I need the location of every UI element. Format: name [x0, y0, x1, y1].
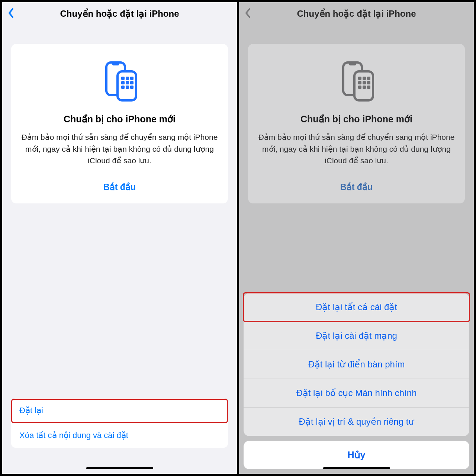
prepare-card-dimmed: Chuẩn bị cho iPhone mới Đảm bảo mọi thứ … — [248, 44, 465, 203]
svg-rect-22 — [363, 86, 366, 89]
svg-rect-5 — [130, 77, 134, 80]
card-title: Chuẩn bị cho iPhone mới — [257, 114, 456, 125]
svg-rect-20 — [367, 81, 370, 84]
nav-title: Chuyển hoặc đặt lại iPhone — [2, 9, 237, 19]
back-button[interactable] — [7, 7, 15, 20]
settings-screen-reset: Chuyển hoặc đặt lại iPhone Chuẩn bị cho … — [2, 2, 238, 474]
erase-all-row[interactable]: Xóa tất cả nội dung và cài đặt — [11, 423, 228, 448]
reset-row[interactable]: Đặt lại — [11, 398, 228, 423]
reset-action-sheet: Đặt lại tất cả cài đặt Đặt lại cài đặt m… — [244, 293, 469, 469]
nav-bar: Chuyển hoặc đặt lại iPhone — [239, 2, 474, 25]
cancel-button[interactable]: Hủy — [244, 441, 469, 469]
chevron-left-icon — [7, 7, 15, 19]
svg-rect-21 — [358, 86, 361, 89]
reset-home-screen-layout[interactable]: Đặt lại bố cục Màn hình chính — [244, 379, 469, 408]
transfer-phones-icon — [257, 59, 456, 103]
svg-rect-23 — [367, 86, 370, 89]
reset-network-settings[interactable]: Đặt lại cài đặt mạng — [244, 322, 469, 350]
nav-bar: Chuyển hoặc đặt lại iPhone — [2, 2, 237, 25]
nav-title: Chuyển hoặc đặt lại iPhone — [239, 9, 474, 19]
svg-rect-19 — [363, 81, 366, 84]
svg-rect-17 — [367, 77, 370, 80]
card-description: Đảm bảo mọi thứ sẵn sàng để chuyển sang … — [257, 131, 456, 167]
get-started-link[interactable]: Bắt đầu — [20, 182, 219, 192]
svg-rect-1 — [112, 62, 119, 65]
prepare-card: Chuẩn bị cho iPhone mới Đảm bảo mọi thứ … — [11, 44, 228, 203]
svg-rect-8 — [130, 81, 134, 84]
reset-location-privacy[interactable]: Đặt lại vị trí & quyền riêng tư — [244, 408, 469, 436]
svg-rect-18 — [358, 81, 361, 84]
reset-options-list: Đặt lại Xóa tất cả nội dung và cài đặt — [11, 398, 228, 448]
reset-all-settings[interactable]: Đặt lại tất cả cài đặt — [244, 293, 469, 322]
svg-rect-15 — [358, 77, 361, 80]
svg-rect-10 — [126, 86, 129, 89]
svg-rect-6 — [121, 81, 125, 84]
svg-rect-9 — [121, 86, 125, 89]
home-indicator[interactable] — [323, 467, 390, 469]
reset-keyboard-dictionary[interactable]: Đặt lại từ điển bàn phím — [244, 350, 469, 379]
svg-rect-4 — [126, 77, 129, 80]
card-description: Đảm bảo mọi thứ sẵn sàng để chuyển sang … — [20, 131, 219, 167]
svg-rect-11 — [130, 86, 134, 89]
back-button — [244, 7, 252, 20]
svg-rect-16 — [363, 77, 366, 80]
svg-rect-7 — [126, 81, 129, 84]
svg-rect-3 — [121, 77, 125, 80]
get-started-link: Bắt đầu — [257, 182, 456, 192]
home-indicator[interactable] — [86, 467, 153, 469]
chevron-left-icon — [244, 7, 252, 19]
transfer-phones-icon — [20, 59, 219, 103]
settings-screen-action-sheet: Chuyển hoặc đặt lại iPhone Chuẩn bị cho … — [238, 2, 474, 474]
card-title: Chuẩn bị cho iPhone mới — [20, 114, 219, 125]
sheet-options-group: Đặt lại tất cả cài đặt Đặt lại cài đặt m… — [244, 293, 469, 436]
svg-rect-13 — [349, 62, 356, 65]
